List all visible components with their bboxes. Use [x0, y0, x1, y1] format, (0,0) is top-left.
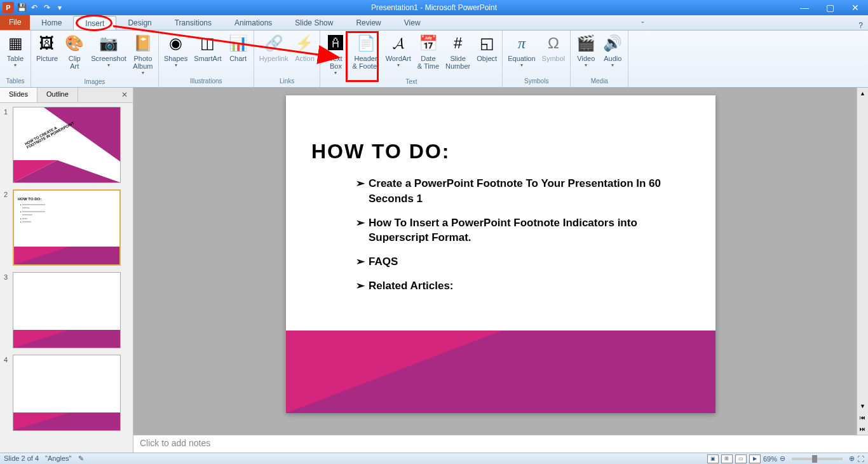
shapes-icon: ◉	[166, 33, 186, 53]
minimize-button[interactable]: —	[792, 0, 817, 15]
help-icon[interactable]: ?	[853, 21, 868, 30]
tab-slideshow[interactable]: Slide Show	[283, 16, 344, 30]
zoom-out-button[interactable]: ⊖	[780, 454, 785, 463]
minimize-ribbon-icon[interactable]: ˇ	[636, 21, 649, 30]
fit-to-window-button[interactable]: ⛶	[857, 455, 864, 463]
thumb-number: 2	[4, 189, 13, 266]
next-slide-icon[interactable]: ⏭	[857, 423, 868, 435]
slide-thumbnail-2[interactable]: HOW TO DO: ▸ ━━━━━━━━━━━━━━━━━━ ━━━━━ ▪ …	[13, 189, 121, 266]
slide-title: HOW TO DO:	[286, 95, 715, 176]
spellcheck-icon[interactable]: ✎	[78, 454, 84, 463]
clipart-label: Clip Art	[69, 55, 81, 70]
chevron-down-icon: ▾	[14, 62, 17, 68]
tab-design[interactable]: Design	[116, 16, 163, 30]
video-label: Video	[577, 55, 595, 62]
wordart-button[interactable]: 𝓐 WordArt ▾	[383, 32, 414, 69]
ribbon-group-illustrations: ◉ Shapes ▾ ◫ SmartArt 📊 Chart Illustrati…	[159, 31, 254, 87]
close-button[interactable]: ✕	[843, 0, 868, 15]
thumb-mini-bullets: ▸ ━━━━━━━━━━━━━━━━━━ ━━━━━ ▪ ▸ ━━━━━━━━━…	[14, 203, 119, 224]
equation-button[interactable]: π Equation ▾	[505, 32, 538, 69]
textbox-button[interactable]: 🅰 Text Box ▾	[323, 32, 348, 77]
object-icon: ◱	[477, 33, 497, 53]
video-button[interactable]: 🎬 Video ▾	[573, 32, 599, 69]
chart-button[interactable]: 📊 Chart	[226, 32, 251, 64]
audio-button[interactable]: 🔊 Audio ▾	[600, 32, 625, 69]
screenshot-icon: 📷	[98, 33, 119, 53]
outline-panel-tab[interactable]: Outline	[37, 88, 78, 102]
status-bar: Slide 2 of 4 "Angles" ✎ ▣ ⊞ ▭ ▶ 69% ⊖ ⊕ …	[0, 453, 868, 464]
thumb-number: 3	[4, 272, 13, 348]
slide-canvas: HOW TO DO: Create a PowerPoint Footnote …	[133, 88, 868, 435]
tab-home[interactable]: Home	[30, 16, 73, 30]
picture-button[interactable]: 🖼 Picture	[34, 32, 60, 64]
slide-thumbnail-4[interactable]	[13, 355, 121, 431]
slide-thumbnail-3[interactable]	[13, 272, 121, 348]
group-label-links: Links	[257, 76, 318, 86]
tab-view[interactable]: View	[393, 16, 432, 30]
screenshot-button[interactable]: 📷 Screenshot ▾	[88, 32, 129, 69]
zoom-in-button[interactable]: ⊕	[849, 454, 855, 463]
thumbnail-item: 3	[4, 272, 129, 348]
group-label-media: Media	[573, 76, 625, 86]
smartart-button[interactable]: ◫ SmartArt	[191, 32, 224, 64]
slide-panel: Slides Outline ✕ 1 HOW TO CREATE A FOOTN…	[0, 88, 133, 453]
clipart-button[interactable]: 🎨 Clip Art	[62, 32, 87, 71]
slide-background-shape	[286, 331, 715, 413]
wordart-icon: 𝓐	[388, 33, 409, 53]
object-button[interactable]: ◱ Object	[474, 32, 499, 64]
prev-slide-icon[interactable]: ⏮	[857, 412, 868, 423]
ribbon-tabs: File Home Insert Design Transitions Anim…	[0, 15, 868, 31]
scroll-up-icon[interactable]: ▲	[857, 88, 868, 99]
symbol-button: Ω Symbol	[539, 32, 568, 64]
thumb-number: 4	[4, 355, 13, 431]
headerfooter-icon: 📄	[356, 33, 376, 53]
panel-close-icon[interactable]: ✕	[116, 88, 133, 102]
thumbnails-list: 1 HOW TO CREATE A FOOTNOTE IN POWERPOINT…	[0, 103, 133, 453]
normal-view-button[interactable]: ▣	[707, 454, 719, 463]
action-button: ⚡ Action	[292, 32, 317, 64]
chevron-down-icon: ▾	[107, 62, 110, 68]
scroll-track[interactable]	[857, 99, 868, 400]
slidenumber-button[interactable]: # Slide Number	[443, 32, 473, 71]
slide[interactable]: HOW TO DO: Create a PowerPoint Footnote …	[286, 95, 715, 413]
table-button[interactable]: ▦ Table ▾	[3, 32, 28, 69]
save-icon[interactable]: 💾	[17, 3, 27, 13]
shapes-button[interactable]: ◉ Shapes ▾	[161, 32, 190, 69]
audio-label: Audio	[604, 55, 621, 62]
qat-dropdown-icon[interactable]: ▾	[55, 3, 65, 13]
zoom-slider[interactable]	[792, 458, 843, 460]
redo-icon[interactable]: ↷	[42, 3, 52, 13]
tab-animations[interactable]: Animations	[223, 16, 283, 30]
photoalbum-button[interactable]: 📔 Photo Album ▾	[130, 32, 156, 77]
notes-input[interactable]: Click to add notes	[133, 435, 868, 453]
tab-insert[interactable]: Insert	[73, 16, 116, 30]
datetime-label: Date & Time	[417, 55, 439, 70]
vertical-scrollbar[interactable]: ▲ ▼ ⏮ ⏭	[857, 88, 868, 435]
slide-count-label: Slide 2 of 4	[4, 454, 39, 463]
ribbon-group-symbols: π Equation ▾ Ω Symbol Symbols	[503, 31, 571, 87]
file-tab[interactable]: File	[0, 15, 30, 30]
reading-view-button[interactable]: ▭	[735, 454, 747, 463]
app-icon: P	[3, 2, 14, 13]
chevron-down-icon: ▾	[520, 62, 523, 68]
slideshow-view-button[interactable]: ▶	[749, 454, 761, 463]
scroll-down-icon[interactable]: ▼	[857, 400, 868, 412]
tab-review[interactable]: Review	[344, 16, 392, 30]
slides-panel-tab[interactable]: Slides	[0, 88, 37, 102]
window-title: Presentation1 - Microsoft PowerPoint	[371, 3, 497, 12]
group-label-text: Text	[323, 77, 499, 86]
chart-label: Chart	[229, 55, 247, 62]
chart-icon: 📊	[228, 33, 248, 53]
photoalbum-icon: 📔	[133, 33, 153, 53]
datetime-icon: 📅	[418, 33, 438, 53]
photoalbum-label: Photo Album	[133, 55, 153, 70]
sorter-view-button[interactable]: ⊞	[721, 454, 733, 463]
slide-thumbnail-1[interactable]: HOW TO CREATE A FOOTNOTE IN POWERPOINT	[13, 107, 121, 183]
undo-icon[interactable]: ↶	[29, 3, 39, 13]
datetime-button[interactable]: 📅 Date & Time	[415, 32, 442, 71]
ribbon-group-tables: ▦ Table ▾ Tables	[0, 31, 31, 87]
slide-bullet: Create a PowerPoint Footnote To Your Pre…	[356, 176, 677, 207]
tab-transitions[interactable]: Transitions	[163, 16, 223, 30]
maximize-button[interactable]: ▢	[817, 0, 843, 15]
headerfooter-button[interactable]: 📄 Header & Footer	[349, 32, 381, 71]
